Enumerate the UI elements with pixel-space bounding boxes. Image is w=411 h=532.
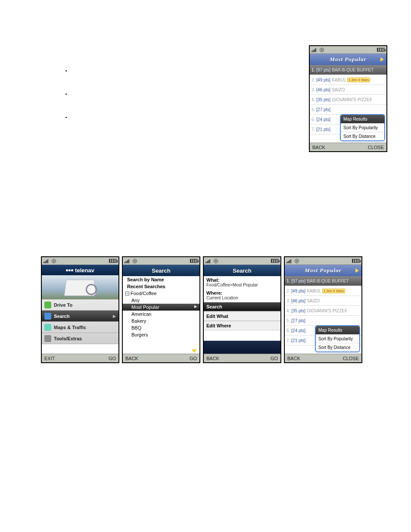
action-list: SearchEdit WhatEdit Where <box>204 302 280 330</box>
battery-icon <box>109 259 117 263</box>
menu-icon <box>44 324 51 331</box>
category-top-item[interactable]: Search by Name <box>123 276 199 283</box>
category-sub-item[interactable]: Any <box>123 297 199 304</box>
category-subs: AnyMost PopularAmericanBakeryBBQBurgers <box>123 297 199 338</box>
result-row[interactable]: 5.[27 pts] <box>285 316 361 326</box>
category-top-item[interactable]: Recent Searches <box>123 283 199 290</box>
signal-icon <box>311 48 318 52</box>
softkey-left[interactable]: BACK <box>287 356 300 361</box>
result-row[interactable]: 2.[49 pts] KABUL1.3mi 4 Stars <box>285 286 361 296</box>
main-menu-body: Drive ToSearchMaps & TrafficTools/Extras <box>42 275 118 354</box>
result-row[interactable]: 3.[46 pts] SAIZO <box>285 296 361 306</box>
category-sub-item[interactable]: Burgers <box>123 331 199 338</box>
bullet-item <box>71 90 243 99</box>
main-menu-item[interactable]: Search <box>42 311 118 322</box>
search-detail-body: What: Food/Coffee>Most Popular Where: Cu… <box>204 276 280 354</box>
battery-icon <box>377 48 385 52</box>
popup-item[interactable]: Sort By Distance <box>341 132 384 140</box>
bullet-item <box>71 67 243 75</box>
softkey-bar: BACK GO <box>123 354 199 362</box>
softkey-left[interactable]: BACK <box>312 145 325 150</box>
softkey-bar: BACK CLOSE <box>285 354 361 362</box>
result-row[interactable]: 3.[46 pts] SAIZO <box>310 85 386 95</box>
menu-item-label: Maps & Traffic <box>54 325 86 330</box>
main-menu-item[interactable]: Maps & Traffic <box>42 322 118 333</box>
screen-title: Most Popular <box>330 56 366 63</box>
phone-screen-4: Most Popular 1.[97 pts] BAR-B-QUE BUFFET… <box>284 256 362 363</box>
signal-icon <box>286 259 293 263</box>
category-node[interactable]: − Food/Coffee <box>123 290 199 297</box>
magnifier-icon <box>86 284 97 295</box>
arrow-right-icon[interactable] <box>380 57 384 62</box>
menu-item-label: Drive To <box>54 302 72 308</box>
category-sub-item[interactable]: Bakery <box>123 317 199 324</box>
category-sub-item[interactable]: American <box>123 311 199 317</box>
popup-item[interactable]: Map Results <box>341 115 384 124</box>
title-bar: Search <box>123 265 199 276</box>
app-logo-text: telenav <box>75 267 94 274</box>
phone-screen-3: Search What: Food/Coffee>Most Popular Wh… <box>203 256 281 363</box>
search-action-item[interactable]: Edit Where <box>204 321 280 330</box>
softkey-right[interactable]: GO <box>271 356 278 361</box>
status-bar <box>285 257 361 265</box>
hero-image <box>42 275 118 299</box>
popup-menu: Map ResultsSort By PopularitySort By Dis… <box>340 114 385 141</box>
result-row[interactable]: 4.[35 pts] GIOVANNI'S PIZZEF <box>285 306 361 316</box>
softkey-left[interactable]: BACK <box>206 356 219 361</box>
status-bar <box>310 46 386 54</box>
result-row[interactable]: 2.[49 pts] KABUL1.3mi 4 Stars <box>310 75 386 85</box>
search-action-item[interactable]: Search <box>204 302 280 311</box>
popup-item[interactable]: Sort By Popularity <box>316 335 359 343</box>
main-menu-item[interactable]: Tools/Extras <box>42 333 118 344</box>
collapse-icon[interactable]: − <box>125 292 129 296</box>
category-sub-item[interactable]: BBQ <box>123 324 199 331</box>
results-body: 1.[97 pts] BAR-B-QUE BUFFET2.[49 pts] KA… <box>310 65 386 143</box>
signal-icon <box>125 259 131 263</box>
result-row[interactable]: 1.[97 pts] BAR-B-QUE BUFFET <box>310 65 386 75</box>
softkey-left[interactable]: EXIT <box>44 356 55 361</box>
battery-icon <box>352 259 360 263</box>
document-page: Most Popular 1.[97 pts] BAR-B-QUE BUFFET… <box>0 0 411 43</box>
softkey-bar: EXIT GO <box>42 354 118 362</box>
softkey-right[interactable]: GO <box>109 356 116 361</box>
title-bar: Most Popular <box>310 54 386 65</box>
softkey-right[interactable]: CLOSE <box>343 356 359 361</box>
softkey-right[interactable]: CLOSE <box>368 145 384 150</box>
gear-icon <box>133 259 137 263</box>
phone-screen-top: Most Popular 1.[97 pts] BAR-B-QUE BUFFET… <box>309 45 387 152</box>
result-row[interactable]: 1.[97 pts] BAR-B-QUE BUFFET <box>285 276 361 286</box>
popup-item[interactable]: Map Results <box>316 326 359 335</box>
rating-badge: 1.3mi 4 Stars <box>347 78 370 82</box>
popup-menu: Map ResultsSort By PopularitySort By Dis… <box>315 325 360 352</box>
scroll-down-icon[interactable] <box>192 349 197 353</box>
menu-item-label: Tools/Extras <box>54 336 82 341</box>
bullet-list <box>71 67 243 137</box>
screen-title: Search <box>233 268 251 274</box>
softkey-right[interactable]: GO <box>190 356 197 361</box>
menu-item-label: Search <box>54 314 70 319</box>
category-sub-item[interactable]: Most Popular <box>123 304 199 311</box>
status-bar <box>42 257 118 265</box>
result-row[interactable]: 5.[27 pts] <box>310 105 386 115</box>
bullet-item <box>71 113 243 122</box>
main-menu-list: Drive ToSearchMaps & TrafficTools/Extras <box>42 299 118 344</box>
decorative-bg <box>204 341 280 354</box>
arrow-right-icon[interactable] <box>355 268 359 273</box>
status-bar <box>123 257 199 265</box>
search-action-item[interactable]: Edit What <box>204 311 280 321</box>
popup-item[interactable]: Sort By Popularity <box>341 124 384 132</box>
softkey-left[interactable]: BACK <box>125 356 138 361</box>
menu-icon <box>44 335 51 342</box>
gear-icon <box>295 259 299 263</box>
menu-icon <box>44 302 51 308</box>
where-label: Where: <box>204 289 280 296</box>
phone-screen-2: Search Search by Name Recent Searches − … <box>122 256 200 363</box>
battery-icon <box>271 259 279 263</box>
main-menu-item[interactable]: Drive To <box>42 299 118 311</box>
rating-badge: 1.3mi 4 Stars <box>322 289 345 293</box>
title-bar: Most Popular <box>285 265 361 276</box>
result-row[interactable]: 4.[35 pts] GIOVANNI'S PIZZEF <box>310 95 386 105</box>
popup-item[interactable]: Sort By Distance <box>316 343 359 352</box>
app-logo-bar: telenav <box>42 265 118 275</box>
softkey-bar: BACK GO <box>204 354 280 362</box>
